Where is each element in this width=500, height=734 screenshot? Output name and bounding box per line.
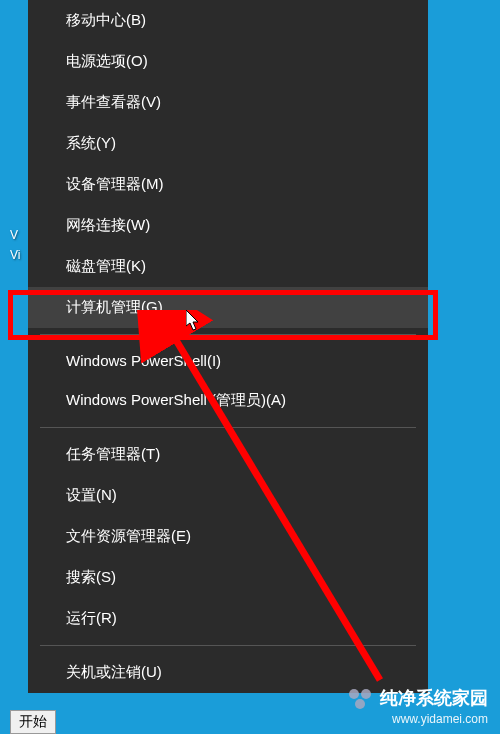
watermark: 纯净系统家园 www.yidamei.com xyxy=(346,684,488,726)
watermark-url-text: www.yidamei.com xyxy=(346,712,488,726)
menu-separator xyxy=(40,334,416,335)
menu-item-network-connections[interactable]: 网络连接(W) xyxy=(28,205,428,246)
menu-item-run[interactable]: 运行(R) xyxy=(28,598,428,639)
menu-item-settings[interactable]: 设置(N) xyxy=(28,475,428,516)
menu-item-computer-management[interactable]: 计算机管理(G) xyxy=(28,287,428,328)
menu-item-disk-management[interactable]: 磁盘管理(K) xyxy=(28,246,428,287)
menu-item-power-options[interactable]: 电源选项(O) xyxy=(28,41,428,82)
watermark-logo-icon xyxy=(346,684,374,712)
svg-point-3 xyxy=(361,689,371,699)
menu-item-file-explorer[interactable]: 文件资源管理器(E) xyxy=(28,516,428,557)
menu-separator xyxy=(40,427,416,428)
svg-point-4 xyxy=(355,699,365,709)
menu-item-mobility-center[interactable]: 移动中心(B) xyxy=(28,0,428,41)
menu-item-system[interactable]: 系统(Y) xyxy=(28,123,428,164)
winx-context-menu: 移动中心(B) 电源选项(O) 事件查看器(V) 系统(Y) 设备管理器(M) … xyxy=(28,0,428,693)
menu-item-event-viewer[interactable]: 事件查看器(V) xyxy=(28,82,428,123)
menu-item-device-manager[interactable]: 设备管理器(M) xyxy=(28,164,428,205)
menu-item-powershell[interactable]: Windows PowerShell(I) xyxy=(28,341,428,380)
svg-point-2 xyxy=(349,689,359,699)
start-button-tooltip: 开始 xyxy=(10,710,56,734)
menu-separator xyxy=(40,645,416,646)
watermark-brand-text: 纯净系统家园 xyxy=(380,686,488,710)
desktop-icon-fragment-1: V xyxy=(10,228,18,242)
menu-item-search[interactable]: 搜索(S) xyxy=(28,557,428,598)
menu-item-task-manager[interactable]: 任务管理器(T) xyxy=(28,434,428,475)
menu-item-powershell-admin[interactable]: Windows PowerShell (管理员)(A) xyxy=(28,380,428,421)
desktop-icon-fragment-2: Vi xyxy=(10,248,20,262)
